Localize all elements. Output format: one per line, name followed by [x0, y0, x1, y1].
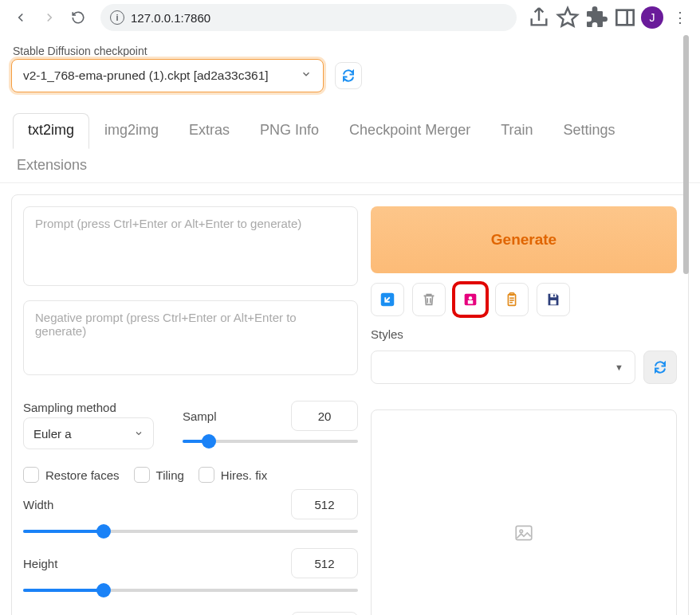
url-bar[interactable]: i 127.0.0.1:7860 — [100, 4, 517, 31]
svg-point-4 — [469, 296, 472, 300]
kebab-menu-icon[interactable]: ⋮ — [667, 5, 692, 30]
txt2img-panel: Sampling method Euler a Sampl — [11, 194, 689, 615]
svg-rect-13 — [550, 300, 556, 305]
styles-refresh-button[interactable] — [643, 351, 677, 384]
trash-tool-button[interactable] — [412, 283, 446, 316]
reload-button[interactable] — [65, 5, 91, 30]
svg-point-15 — [520, 530, 522, 532]
tab-settings[interactable]: Settings — [549, 113, 631, 149]
width-slider[interactable] — [23, 524, 358, 539]
checkpoint-value: v2-1_768-ema-pruned (1).ckpt [ad2a33c361… — [23, 69, 269, 83]
checkpoint-select[interactable]: v2-1_768-ema-pruned (1).ckpt [ad2a33c361… — [11, 59, 324, 92]
main-tabs: txt2img img2img Extras PNG Info Checkpoi… — [0, 92, 700, 183]
styles-label: Styles — [371, 327, 677, 341]
sampling-steps-label: Sampl — [183, 409, 224, 423]
share-icon[interactable] — [526, 5, 552, 30]
sampling-method-label: Sampling method — [23, 401, 167, 414]
hires-fix-checkbox[interactable]: Hires. fix — [199, 467, 267, 483]
svg-rect-12 — [553, 295, 555, 297]
profile-avatar[interactable]: J — [641, 6, 663, 29]
save-tool-button[interactable] — [537, 283, 570, 316]
restore-faces-checkbox[interactable]: Restore faces — [23, 467, 120, 483]
tab-img2img[interactable]: img2img — [89, 113, 174, 149]
checkpoint-refresh-button[interactable] — [335, 62, 362, 89]
height-label: Height — [23, 557, 57, 570]
sampling-steps-input[interactable] — [291, 401, 358, 431]
tab-train[interactable]: Train — [486, 113, 548, 149]
chevron-down-icon — [301, 69, 312, 83]
image-placeholder-icon — [513, 523, 534, 543]
tiling-checkbox[interactable]: Tiling — [134, 467, 184, 483]
negative-prompt-input[interactable] — [23, 300, 358, 375]
arrow-tool-button[interactable] — [371, 283, 404, 316]
height-slider[interactable] — [23, 583, 358, 597]
show-extra-networks-button[interactable] — [454, 283, 487, 316]
checkpoint-label: Stable Diffusion checkpoint — [0, 35, 700, 59]
browser-toolbar: i 127.0.0.1:7860 J ⋮ — [0, 0, 700, 35]
back-button[interactable] — [8, 5, 33, 30]
prompt-input[interactable] — [23, 206, 358, 286]
height-input[interactable] — [291, 548, 358, 578]
width-label: Width — [23, 498, 53, 511]
site-info-icon[interactable]: i — [110, 10, 124, 25]
url-text: 127.0.0.1:7860 — [131, 11, 210, 25]
tab-extras[interactable]: Extras — [174, 113, 245, 149]
star-icon[interactable] — [555, 5, 580, 30]
tool-row — [371, 283, 677, 316]
tab-pnginfo[interactable]: PNG Info — [245, 113, 334, 149]
page-content: Stable Diffusion checkpoint v2-1_768-ema… — [0, 35, 700, 615]
svg-rect-14 — [516, 526, 532, 539]
tab-extensions[interactable]: Extensions — [13, 148, 102, 183]
extensions-icon[interactable] — [584, 5, 609, 30]
svg-rect-5 — [468, 300, 473, 304]
batch-count-input[interactable] — [291, 612, 358, 615]
tab-ckptmerger[interactable]: Checkpoint Merger — [334, 113, 486, 149]
clipboard-tool-button[interactable] — [495, 283, 529, 316]
tab-txt2img[interactable]: txt2img — [13, 113, 89, 149]
scrollbar[interactable] — [683, 35, 689, 274]
width-input[interactable] — [291, 489, 358, 519]
output-preview — [371, 409, 677, 615]
sampling-steps-slider[interactable] — [183, 434, 358, 449]
generate-button[interactable]: Generate — [371, 206, 677, 273]
styles-select[interactable]: ▼ — [371, 351, 635, 384]
triangle-down-icon: ▼ — [615, 362, 623, 372]
svg-rect-0 — [616, 10, 633, 25]
sampling-method-select[interactable]: Euler a — [23, 417, 154, 449]
forward-button[interactable] — [37, 5, 62, 30]
chevron-down-icon — [134, 427, 144, 441]
sidepanel-icon[interactable] — [612, 5, 638, 30]
